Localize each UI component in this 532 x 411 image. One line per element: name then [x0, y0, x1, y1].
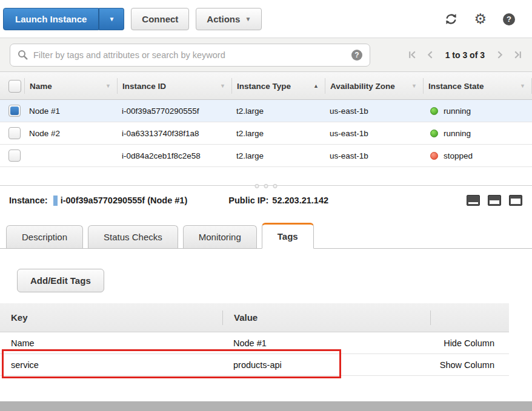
layout-large-detail-pane-icon[interactable] — [509, 195, 522, 206]
pagination: 1 to 3 of 3 — [408, 50, 522, 60]
tag-value: Node #1 — [222, 338, 430, 348]
refresh-icon — [445, 13, 457, 25]
tag-key: service — [0, 360, 222, 370]
select-all-checkbox-cell — [0, 72, 24, 100]
filter-help-icon[interactable]: ? — [351, 50, 362, 61]
refresh-button[interactable] — [445, 13, 457, 25]
actions-button-label: Actions — [207, 14, 240, 24]
connect-button[interactable]: Connect — [131, 8, 189, 30]
launch-instance-dropdown-button[interactable]: ▼ — [99, 8, 124, 30]
public-ip-label: Public IP: — [228, 196, 268, 205]
column-header-instance-type[interactable]: Instance Type ▲ — [231, 78, 325, 94]
instance-type-cell: t2.large — [231, 151, 325, 160]
filter-input[interactable] — [33, 50, 346, 60]
tag-key: Name — [0, 338, 222, 348]
tag-row-service: service products-api Show Column — [0, 354, 509, 376]
gear-icon: ⚙ — [474, 12, 487, 26]
instance-row-unnamed[interactable]: i-0d84a2ceb1f8c2e58 t2.large us-east-1b … — [0, 145, 532, 167]
tags-column-actions — [430, 311, 509, 325]
first-page-button[interactable] — [408, 50, 417, 59]
tag-value: products-api — [222, 360, 430, 370]
chevron-down-icon: ▼ — [245, 16, 251, 22]
tab-tags[interactable]: Tags — [262, 223, 314, 249]
detail-tabs: Description Status Checks Monitoring Tag… — [0, 222, 532, 249]
tags-table-header: Key Value — [0, 303, 509, 332]
row-checkbox[interactable] — [8, 127, 21, 139]
add-edit-tags-button[interactable]: Add/Edit Tags — [17, 269, 104, 292]
instance-row-node-2[interactable]: Node #2 i-0a63313740f38f1a8 t2.large us-… — [0, 122, 532, 145]
row-checkbox[interactable] — [8, 105, 21, 117]
instance-state-cell: stopped — [423, 151, 532, 160]
help-button[interactable]: ? — [503, 13, 515, 25]
instance-label: Instance: — [9, 196, 48, 205]
column-header-instance-id[interactable]: Instance ID ▼ — [117, 78, 231, 94]
search-box: ? — [10, 44, 370, 67]
instance-row-node-1[interactable]: Node #1 i-00f39a5770290555f t2.large us-… — [0, 100, 532, 122]
sort-desc-icon: ▼ — [105, 83, 111, 89]
sort-asc-icon: ▲ — [313, 83, 319, 89]
launch-instance-split-button: Launch Instance ▼ — [3, 8, 124, 30]
hide-column-link[interactable]: Hide Column — [430, 338, 509, 348]
filter-bar: ? 1 to 3 of 3 — [0, 38, 532, 72]
instance-detail-header: Instance: i-00f39a5770290555f (Node #1) … — [0, 186, 532, 211]
search-icon — [18, 50, 28, 60]
instance-type-cell: t2.large — [231, 129, 325, 138]
tags-column-value: Value — [222, 311, 430, 325]
checkbox-cell — [0, 105, 24, 117]
state-label: running — [444, 129, 471, 138]
column-header-label: Instance Type — [237, 82, 291, 91]
pane-drag-handle-icon[interactable] — [255, 184, 278, 188]
last-page-icon — [513, 50, 522, 59]
column-header-instance-state[interactable]: Instance State ▼ — [423, 78, 532, 94]
availability-zone-cell: us-east-1b — [325, 107, 423, 116]
layout-split-pane-icon[interactable] — [488, 195, 501, 206]
show-column-link[interactable]: Show Column — [430, 360, 509, 370]
actions-button[interactable]: Actions ▼ — [196, 8, 262, 30]
toolbar-icon-group: ⚙ ? — [445, 12, 524, 26]
instance-state-cell: running — [423, 129, 532, 138]
instance-id-cell: i-0a63313740f38f1a8 — [117, 129, 231, 138]
column-header-label: Availability Zone — [330, 82, 395, 91]
prev-page-button[interactable] — [426, 50, 435, 59]
sort-desc-icon: ▼ — [520, 83, 525, 89]
chevron-down-icon: ▼ — [108, 16, 115, 22]
running-status-icon — [430, 107, 438, 115]
instances-table-header: Name ▼ Instance ID ▼ Instance Type ▲ Ava… — [0, 72, 532, 100]
availability-zone-cell: us-east-1b — [325, 129, 423, 138]
instance-type-cell: t2.large — [231, 107, 325, 116]
bottom-scrollbar[interactable] — [0, 401, 532, 411]
running-status-icon — [430, 130, 438, 137]
instance-state-cell: running — [423, 107, 532, 116]
tag-row-name: Name Node #1 Hide Column — [0, 332, 509, 354]
pane-divider — [0, 167, 532, 186]
column-header-name[interactable]: Name ▼ — [24, 78, 117, 94]
launch-instance-button[interactable]: Launch Instance — [3, 8, 99, 30]
tags-column-key: Key — [0, 311, 222, 325]
tab-monitoring[interactable]: Monitoring — [183, 225, 257, 248]
tab-status-checks[interactable]: Status Checks — [88, 225, 178, 248]
chevron-left-icon — [426, 50, 435, 59]
row-checkbox[interactable] — [8, 150, 21, 162]
column-header-label: Name — [30, 82, 52, 91]
name-cell: Node #2 — [24, 129, 117, 138]
column-header-label: Instance State — [428, 82, 484, 91]
column-header-label: Instance ID — [122, 82, 166, 91]
instance-id-title: i-00f39a5770290555f (Node #1) — [61, 196, 188, 205]
settings-button[interactable]: ⚙ — [474, 12, 487, 26]
checkbox-cell — [0, 127, 24, 139]
top-toolbar: Launch Instance ▼ Connect Actions ▼ ⚙ ? — [0, 0, 532, 38]
tags-table: Key Value Name Node #1 Hide Column servi… — [0, 303, 509, 376]
select-all-checkbox[interactable] — [8, 80, 21, 93]
help-icon: ? — [503, 13, 515, 25]
public-ip-value: 52.203.21.142 — [272, 196, 328, 205]
next-page-button[interactable] — [495, 50, 504, 59]
layout-full-pane-icon[interactable] — [467, 195, 480, 206]
first-page-icon — [408, 50, 417, 59]
stopped-status-icon — [430, 152, 438, 160]
instance-selection-bar — [53, 196, 58, 206]
sort-desc-icon: ▼ — [411, 83, 417, 89]
last-page-button[interactable] — [513, 50, 522, 59]
sort-desc-icon: ▼ — [220, 83, 225, 89]
tab-description[interactable]: Description — [6, 225, 83, 248]
column-header-availability-zone[interactable]: Availability Zone ▼ — [325, 78, 423, 94]
